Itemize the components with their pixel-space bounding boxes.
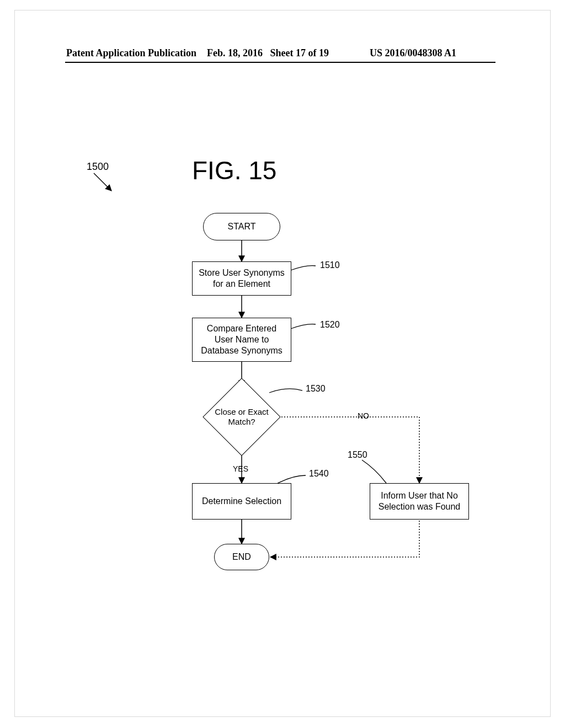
flow-inform-no-selection: Inform User that No Selection was Found [370,483,469,520]
flow-end: END [214,544,269,570]
ref-1510: 1510 [320,260,340,270]
ref-1520: 1520 [320,320,340,330]
flow-determine-selection: Determine Selection [192,483,291,520]
ref-1550: 1550 [348,450,367,460]
ref-1530: 1530 [306,384,326,394]
flow-store-synonyms: Store User Synonyms for an Element [192,261,291,296]
flow-compare: Compare Entered User Name to Database Sy… [192,318,291,362]
figure-title: FIG. 15 [192,156,276,185]
header-pubno: US 2016/0048308 A1 [370,47,456,59]
page-border [14,10,551,717]
header-rule [65,62,495,63]
edge-yes-label: YES [233,464,248,473]
header-publication: Patent Application Publication [66,47,196,59]
page: Patent Application Publication Feb. 18, … [0,0,565,728]
ref-1540: 1540 [309,469,329,479]
header-date-sheet: Feb. 18, 2016 Sheet 17 of 19 [207,47,329,59]
figure-id: 1500 [87,161,109,173]
edge-no-label: NO [358,411,369,420]
header-date: Feb. 18, 2016 [207,47,263,58]
flow-decision-match: Close or Exact Match? [214,389,269,445]
header-sheet: Sheet 17 of 19 [270,47,329,58]
flow-start: START [203,213,280,240]
flow-decision-label: Close or Exact Match? [203,389,280,445]
